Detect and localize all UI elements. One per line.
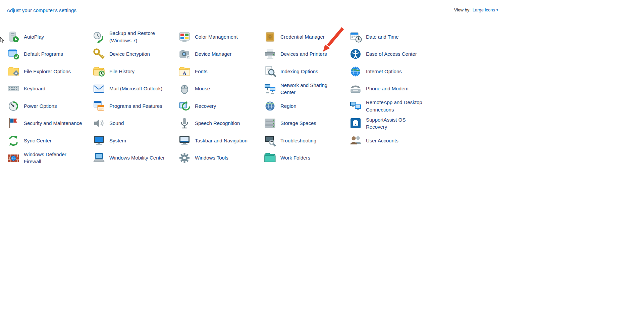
file-history-icon <box>92 65 106 78</box>
control-panel-item[interactable]: SupportAssist OS Recovery <box>349 115 434 132</box>
view-by-dropdown[interactable]: Large icons ▾ <box>473 7 498 12</box>
firewall-icon <box>7 151 20 165</box>
credential-manager-icon <box>263 30 277 44</box>
control-panel-item[interactable]: Mail (Microsoft Outlook) <box>92 80 178 98</box>
sound-icon <box>92 117 106 130</box>
control-panel-item[interactable]: Speech Recognition <box>178 115 263 132</box>
speech-recognition-icon <box>178 117 191 130</box>
control-panel-item[interactable]: Device Manager <box>178 46 263 63</box>
item-label: RemoteApp and Desktop Connections <box>366 99 426 114</box>
control-panel-item[interactable]: Internet Options <box>349 63 434 80</box>
control-panel-item[interactable]: Windows Defender Firewall <box>7 149 92 167</box>
phone-modem-icon <box>349 82 362 95</box>
control-panel-item[interactable]: RemoteApp and Desktop Connections <box>349 97 434 115</box>
mobility-center-icon <box>92 151 106 165</box>
item-label: System <box>109 137 126 144</box>
control-panel-item[interactable]: File History <box>92 63 178 80</box>
item-label: Device Encryption <box>109 50 150 58</box>
item-label: Windows Defender Firewall <box>24 151 84 166</box>
color-management-icon <box>178 30 191 44</box>
device-manager-icon <box>178 47 191 61</box>
control-panel-item[interactable]: Devices and Printers <box>263 46 349 63</box>
fonts-icon: A <box>178 65 191 78</box>
control-panel-item[interactable]: Work Folders <box>263 149 349 167</box>
supportassist-icon <box>349 117 362 130</box>
control-panel-item[interactable]: Storage Spaces <box>263 115 349 132</box>
ease-of-access-icon <box>349 47 362 61</box>
item-label: Windows Tools <box>195 154 228 162</box>
page-title: Adjust your computer's settings <box>7 7 76 13</box>
control-panel-item[interactable]: Security and Maintenance <box>7 115 92 132</box>
control-panel-item[interactable]: AFonts <box>178 63 263 80</box>
item-label: Mouse <box>195 85 210 92</box>
control-panel-item[interactable]: Sound <box>92 115 178 132</box>
system-icon <box>92 134 106 147</box>
control-panel-item[interactable]: Taskbar and Navigation <box>178 132 263 149</box>
control-panel-item[interactable]: System <box>92 132 178 149</box>
control-panel-item[interactable]: Windows Mobility Center <box>92 149 178 167</box>
troubleshooting-icon <box>263 134 277 147</box>
item-label: Security and Maintenance <box>24 120 82 127</box>
item-label: File History <box>109 68 135 75</box>
item-label: Recovery <box>195 102 216 110</box>
item-label: Devices and Printers <box>280 50 327 58</box>
item-label: SupportAssist OS Recovery <box>366 116 426 131</box>
control-panel-item[interactable]: Network and Sharing Center <box>263 80 349 98</box>
mail-icon <box>92 82 106 95</box>
control-panel-item[interactable]: Power Options <box>7 97 92 115</box>
item-label: Work Folders <box>280 154 310 162</box>
backup-restore-icon <box>92 30 106 44</box>
indexing-options-icon <box>263 65 277 78</box>
control-panel-item[interactable]: Recovery <box>178 97 263 115</box>
control-panel-item[interactable]: User Accounts <box>349 132 434 149</box>
item-label: Color Management <box>195 33 238 41</box>
item-label: Windows Mobility Center <box>109 154 165 162</box>
item-label: Region <box>280 102 297 110</box>
control-panel-item[interactable]: Backup and Restore (Windows 7) <box>92 28 178 46</box>
view-by-label: View by: <box>454 7 471 12</box>
devices-printers-icon <box>263 47 277 61</box>
control-panel-item[interactable]: Windows Tools <box>178 149 263 167</box>
control-panel-item[interactable]: Programs and Features <box>92 97 178 115</box>
item-label: Storage Spaces <box>280 120 316 127</box>
control-panel-item[interactable]: Keyboard <box>7 80 92 98</box>
item-label: File Explorer Options <box>24 68 71 75</box>
item-label: Default Programs <box>24 50 63 58</box>
control-panel-item[interactable]: File Explorer Options <box>7 63 92 80</box>
control-panel-item[interactable]: Mouse <box>178 80 263 98</box>
control-panel-item[interactable]: Ease of Access Center <box>349 46 434 63</box>
security-maintenance-icon <box>7 117 20 130</box>
control-panel-item[interactable]: Region <box>263 97 349 115</box>
control-panel-item[interactable]: Phone and Modem <box>349 80 434 98</box>
item-label: Device Manager <box>195 50 231 58</box>
item-label: Backup and Restore (Windows 7) <box>109 30 170 44</box>
item-label: Fonts <box>195 68 208 75</box>
item-label: Keyboard <box>24 85 45 92</box>
control-panel-item[interactable]: Indexing Options <box>263 63 349 80</box>
taskbar-icon <box>178 134 191 147</box>
storage-spaces-icon <box>263 117 277 130</box>
item-label: Taskbar and Navigation <box>195 137 248 144</box>
item-label: Power Options <box>24 102 57 110</box>
control-panel-item[interactable]: Date and Time <box>349 28 434 46</box>
control-panel-item[interactable]: Credential Manager <box>263 28 349 46</box>
control-panel-item[interactable]: Color Management <box>178 28 263 46</box>
control-panel-grid: AutoPlayBackup and Restore (Windows 7)Co… <box>7 28 505 167</box>
keyboard-icon <box>7 82 20 95</box>
item-label: User Accounts <box>366 137 398 144</box>
item-label: Speech Recognition <box>195 120 240 127</box>
item-label: Ease of Access Center <box>366 50 417 58</box>
control-panel-item[interactable]: Troubleshooting <box>263 132 349 149</box>
item-label: AutoPlay <box>24 33 44 41</box>
item-label: Mail (Microsoft Outlook) <box>109 85 162 92</box>
control-panel-item[interactable]: AutoPlay <box>7 28 92 46</box>
control-panel-item[interactable]: Device Encryption <box>92 46 178 63</box>
caret-down-icon: ▾ <box>496 8 498 12</box>
control-panel-item[interactable]: Default Programs <box>7 46 92 63</box>
control-panel-item[interactable]: Sync Center <box>7 132 92 149</box>
item-label: Internet Options <box>366 68 402 75</box>
internet-options-icon <box>349 65 362 78</box>
work-folders-icon <box>263 151 277 165</box>
item-label: Phone and Modem <box>366 85 409 92</box>
control-panel-window: Adjust your computer's settings View by:… <box>0 0 505 311</box>
